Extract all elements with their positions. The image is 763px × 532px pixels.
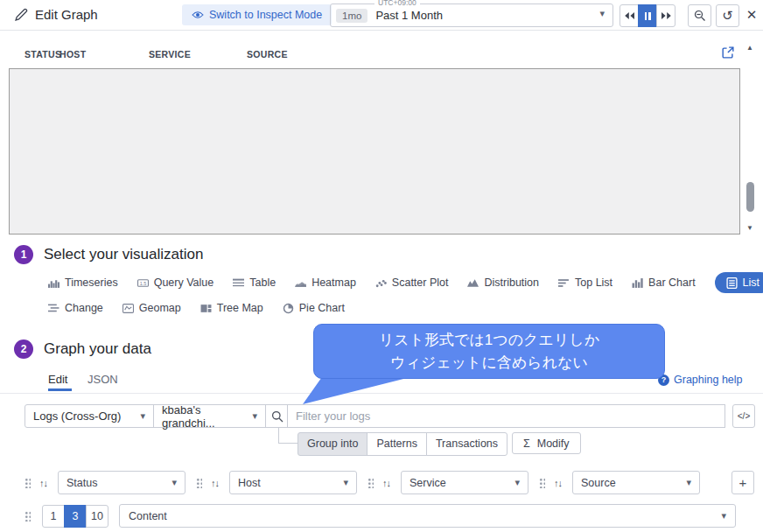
annotation-tooltip: リスト形式では1つのクエリしか ウィジェットに含められない: [313, 324, 665, 379]
tab-json[interactable]: JSON: [88, 373, 118, 386]
chevron-down-icon: ▾: [140, 411, 145, 421]
viz-option-list[interactable]: List: [715, 272, 763, 293]
viz-label: Pie Chart: [299, 302, 345, 314]
switch-to-inspect-mode-button[interactable]: Switch to Inspect Mode: [182, 4, 332, 25]
group-by-select-service[interactable]: Service ▾: [401, 471, 528, 494]
preview-scrollbar[interactable]: ▲ ▼: [742, 44, 758, 234]
patterns-tab[interactable]: Patterns: [367, 432, 427, 456]
group-by-select-source[interactable]: Source ▾: [572, 471, 700, 494]
drag-handle-icon[interactable]: [539, 478, 545, 488]
viz-option-bar-chart[interactable]: Bar Chart: [632, 276, 696, 289]
content-select[interactable]: Content ▾: [119, 504, 736, 528]
pie-chart-icon: [283, 303, 294, 314]
drag-handle-icon[interactable]: [24, 511, 31, 522]
group-by-value: Host: [238, 477, 261, 489]
timezone-label: UTC+09:00: [374, 0, 420, 7]
viz-option-query-value[interactable]: 1.5 Query Value: [137, 276, 214, 289]
viz-option-pie-chart[interactable]: Pie Chart: [283, 302, 345, 314]
pause-button[interactable]: [638, 4, 657, 27]
viz-option-change[interactable]: Change: [48, 302, 103, 314]
code-view-button[interactable]: </>: [732, 404, 755, 428]
sort-icon[interactable]: ↑↓: [382, 478, 390, 488]
tab-bar-divider: [0, 393, 763, 394]
restore-time-button[interactable]: ↺: [716, 4, 739, 27]
sort-icon[interactable]: ↑↓: [554, 478, 562, 488]
viz-label: Distribution: [484, 276, 539, 289]
viz-label: Top List: [575, 276, 612, 289]
transactions-tab[interactable]: Transactions: [426, 432, 508, 456]
limit-option-3[interactable]: 3: [64, 505, 87, 528]
group-into-tab[interactable]: Group into: [298, 432, 368, 456]
column-header-service: SERVICE: [149, 49, 191, 60]
limit-option-1[interactable]: 1: [42, 505, 65, 528]
column-header-source: SOURCE: [247, 49, 288, 60]
add-group-by-button[interactable]: +: [732, 471, 754, 494]
zoom-out-button[interactable]: [688, 4, 711, 27]
viz-option-top-list[interactable]: Top List: [558, 276, 612, 289]
sort-icon[interactable]: ↑↓: [211, 478, 219, 488]
timeseries-icon: [48, 277, 60, 289]
chevron-down-icon: ▾: [686, 478, 691, 487]
tooltip-tail: [303, 376, 482, 404]
scroll-up-icon[interactable]: ▲: [742, 44, 758, 54]
time-range-selector[interactable]: UTC+09:00 1mo Past 1 Month ▾: [330, 4, 613, 27]
drag-handle-icon[interactable]: [24, 478, 31, 488]
viz-label: Change: [65, 302, 103, 314]
viz-option-timeseries[interactable]: Timeseries: [48, 276, 118, 289]
graphing-help-link[interactable]: ? Graphing help: [658, 374, 743, 386]
scrollbar-thumb[interactable]: [746, 182, 754, 212]
viz-option-tree-map[interactable]: Tree Map: [200, 302, 263, 314]
visualization-row-2: Change Geomap Tree Map Pie Chart: [48, 302, 345, 314]
aggregation-tabs: Group into Patterns Transactions: [298, 432, 508, 456]
viz-label: Scatter Plot: [392, 276, 449, 289]
step-1-badge: 1: [14, 245, 33, 264]
close-button[interactable]: ✕: [743, 6, 760, 24]
scroll-down-icon[interactable]: ▼: [742, 224, 758, 234]
top-list-icon: [558, 277, 570, 289]
column-header-host: HOST: [60, 49, 86, 60]
modify-label: Modify: [537, 438, 570, 450]
code-icon: </>: [738, 411, 750, 421]
data-source-value: Logs (Cross-Org): [33, 410, 121, 423]
viz-option-distribution[interactable]: Distribution: [467, 276, 539, 289]
limit-options: 1 3 10: [42, 505, 108, 528]
data-source-select[interactable]: Logs (Cross-Org) ▾: [24, 404, 154, 428]
scatter-plot-icon: [375, 277, 387, 289]
chevron-down-icon: ▾: [172, 478, 177, 487]
heatmap-icon: [295, 277, 306, 289]
viz-label: Heatmap: [312, 276, 356, 289]
org-select[interactable]: kbaba's grandchi... ▾: [153, 404, 266, 428]
fast-forward-button[interactable]: [656, 4, 676, 27]
group-by-select-host[interactable]: Host ▾: [229, 471, 357, 494]
limit-option-10[interactable]: 10: [86, 505, 108, 528]
change-icon: [48, 303, 60, 314]
tab-edit[interactable]: Edit: [48, 373, 67, 386]
filter-logs-input[interactable]: [287, 404, 725, 428]
viz-option-table[interactable]: Table: [233, 276, 276, 289]
group-by-item: ↑↓ Service ▾: [368, 471, 528, 494]
viz-option-scatter-plot[interactable]: Scatter Plot: [375, 276, 449, 289]
drag-handle-icon[interactable]: [368, 478, 374, 488]
distribution-icon: [467, 277, 479, 289]
open-in-new-window-icon[interactable]: [722, 46, 734, 59]
sort-icon[interactable]: ↑↓: [39, 478, 47, 488]
tooltip-line-1: リスト形式では1つのクエリしか: [379, 329, 599, 352]
rewind-button[interactable]: [620, 4, 639, 27]
drag-handle-icon[interactable]: [196, 478, 202, 488]
page-title: Edit Graph: [35, 7, 98, 22]
viz-option-heatmap[interactable]: Heatmap: [295, 276, 356, 289]
pause-icon: [645, 12, 651, 20]
time-range-value: Past 1 Month: [375, 9, 443, 22]
group-by-select-status[interactable]: Status ▾: [58, 471, 186, 494]
graphing-help-label: Graphing help: [674, 374, 743, 386]
search-toggle-button[interactable]: [265, 404, 289, 428]
content-select-value: Content: [129, 510, 167, 522]
limit-row: 1 3 10 Content ▾: [24, 504, 736, 528]
modify-button[interactable]: Σ Modify: [512, 432, 581, 454]
close-icon: ✕: [746, 7, 758, 23]
org-select-value: kbaba's grandchi...: [162, 403, 252, 430]
plus-icon: +: [739, 475, 747, 490]
viz-option-geomap[interactable]: Geomap: [122, 302, 181, 314]
edit-graph-modal: Edit Graph Switch to Inspect Mode UTC+09…: [0, 0, 763, 532]
step-2-badge: 2: [14, 340, 33, 359]
